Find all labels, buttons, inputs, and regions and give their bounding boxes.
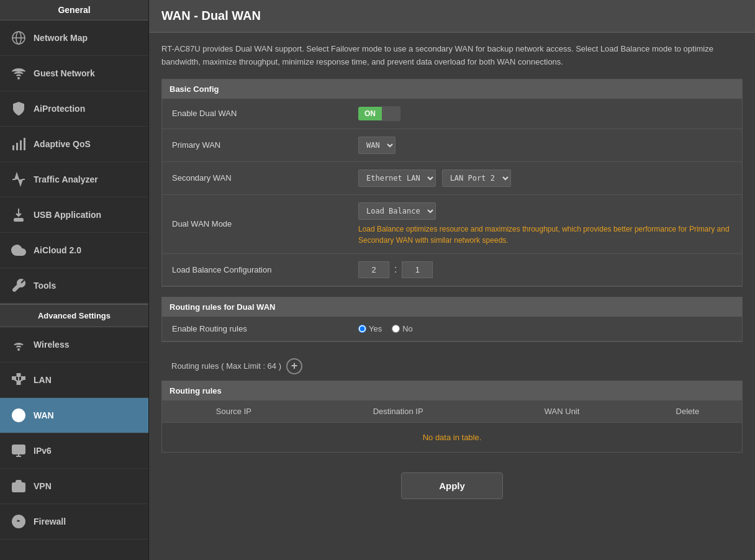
ratio-input-1[interactable]: 2 [358,261,389,278]
routing-rules-config-table: Enable Routing rules Yes No [162,317,742,341]
svg-rect-10 [17,374,20,376]
sidebar-item-aicloud[interactable]: AiCloud 2.0 [0,233,148,268]
svg-rect-11 [22,377,25,379]
col-destination-ip: Destination IP [305,400,491,423]
sidebar-label-wireless: Wireless [34,340,69,350]
svg-point-8 [18,349,19,350]
cloud-icon [10,242,27,259]
enable-dual-wan-toggle[interactable]: ON [358,106,732,121]
sidebar-item-firewall[interactable]: Firewall [0,504,148,540]
main-content: WAN - Dual WAN RT-AC87U provides Dual WA… [149,0,755,560]
sidebar-item-lan[interactable]: LAN [0,363,148,398]
primary-wan-select[interactable]: WAN USB [358,137,396,154]
ratio-input-2[interactable]: 1 [402,261,433,278]
sidebar-label-aicloud: AiCloud 2.0 [34,245,81,255]
sidebar-item-network-map[interactable]: Network Map [0,20,148,56]
routing-rules-section: Routing rules for Dual WAN Enable Routin… [161,297,743,342]
sidebar-item-adaptive-qos[interactable]: Adaptive QoS [0,127,148,162]
lan-icon [10,371,27,389]
advanced-settings-title: Advanced Settings [0,304,148,327]
enable-dual-wan-row: Enable Dual WAN ON [162,99,742,129]
sidebar-label-firewall: Firewall [34,517,66,526]
routing-rules-table-section: Routing rules Source IP Destination IP W… [161,381,743,453]
routing-rules-data-table: Source IP Destination IP WAN Unit Delete… [162,400,742,452]
fire-icon [10,513,27,530]
sidebar-item-usb-application[interactable]: USB Application [0,197,148,233]
load-balance-config-row: Load Balance Configuration 2 : 1 [162,253,742,286]
wrench-icon [10,277,27,294]
apply-button[interactable]: Apply [401,472,503,499]
sidebar-item-wan[interactable]: WAN [0,398,148,433]
routing-rules-table-header-row: Source IP Destination IP WAN Unit Delete [162,400,742,423]
sidebar: General Network Map Guest Network AiProt… [0,0,149,560]
general-section-title: General [0,0,148,20]
page-description: RT-AC87U provides Dual WAN support. Sele… [161,43,743,69]
page-title: WAN - Dual WAN [161,9,743,23]
routing-rules-add-bar: Routing rules ( Max Limit : 64 ) + [161,352,743,381]
routing-rules-header: Routing rules for Dual WAN [162,297,742,317]
sidebar-label-adaptive-qos: Adaptive QoS [34,139,91,149]
secondary-wan-label: Secondary WAN [162,161,348,194]
svg-rect-7 [24,138,25,150]
routing-rules-table-header: Routing rules [162,381,742,400]
sidebar-label-ipv6: IPv6 [34,446,52,456]
dual-wan-mode-label: Dual WAN Mode [162,194,348,253]
sidebar-item-vpn[interactable]: VPN [0,469,148,504]
sidebar-label-usb-application: USB Application [34,210,101,220]
ratio-container: 2 : 1 [358,261,732,278]
sidebar-item-guest-network[interactable]: Guest Network [0,56,148,91]
chart-icon [10,171,27,188]
sidebar-label-aiprotection: AiProtection [34,104,85,114]
svg-rect-12 [17,382,20,384]
signal-icon [10,135,27,153]
col-wan-unit: WAN Unit [491,400,633,423]
toggle-off-part [382,106,400,121]
wireless-icon [10,336,27,353]
svg-rect-18 [12,445,25,454]
sidebar-item-wireless[interactable]: Wireless [0,327,148,363]
primary-wan-row: Primary WAN WAN USB [162,129,742,161]
svg-point-3 [18,78,19,79]
radio-no-text: No [402,324,413,333]
apply-section: Apply [161,463,743,509]
secondary-wan-row: Secondary WAN Ethernet LAN USB LAN Port … [162,161,742,194]
basic-config-header: Basic Config [162,79,742,99]
radio-yes-label[interactable]: Yes [358,324,382,333]
sidebar-label-tools: Tools [34,281,56,291]
routing-rules-radio-group: Yes No [358,324,732,333]
shield-icon [10,100,27,117]
ipv6-icon [10,442,27,459]
svg-rect-5 [16,143,18,150]
sidebar-label-wan: WAN [34,410,54,420]
svg-rect-6 [20,140,22,150]
radio-no-label[interactable]: No [392,324,413,333]
sidebar-label-lan: LAN [34,375,52,385]
vpn-icon [10,477,27,495]
col-source-ip: Source IP [162,400,305,423]
enable-routing-rules-label: Enable Routing rules [162,317,348,341]
enable-routing-rules-row: Enable Routing rules Yes No [162,317,742,341]
mode-description: Load Balance optimizes resource and maxi… [358,224,732,246]
svg-line-15 [19,379,24,382]
svg-rect-21 [12,483,25,492]
sidebar-label-network-map: Network Map [34,33,88,43]
radio-no-input[interactable] [392,325,400,333]
sidebar-item-tools[interactable]: Tools [0,268,148,304]
toggle-on-text: ON [358,107,382,120]
secondary-wan-port-select[interactable]: LAN Port 1 LAN Port 2 LAN Port 3 LAN Por… [442,169,511,187]
sidebar-item-traffic-analyzer[interactable]: Traffic Analyzer [0,162,148,197]
wifi-icon [10,65,27,82]
add-routing-rule-button[interactable]: + [286,358,302,374]
page-header: WAN - Dual WAN [149,0,755,33]
sidebar-item-ipv6[interactable]: IPv6 [0,433,148,469]
sidebar-item-aiprotection[interactable]: AiProtection [0,91,148,127]
load-balance-config-label: Load Balance Configuration [162,253,348,286]
no-data-row: No data in table. [162,422,742,452]
dual-wan-mode-select[interactable]: Failover Load Balance [358,202,436,220]
dual-wan-mode-row: Dual WAN Mode Failover Load Balance Load… [162,194,742,253]
wan-icon [10,407,27,424]
radio-yes-input[interactable] [358,325,366,333]
secondary-wan-type-select[interactable]: Ethernet LAN USB [358,169,436,187]
basic-config-section: Basic Config Enable Dual WAN ON Primary … [161,79,743,287]
primary-wan-label: Primary WAN [162,129,348,161]
